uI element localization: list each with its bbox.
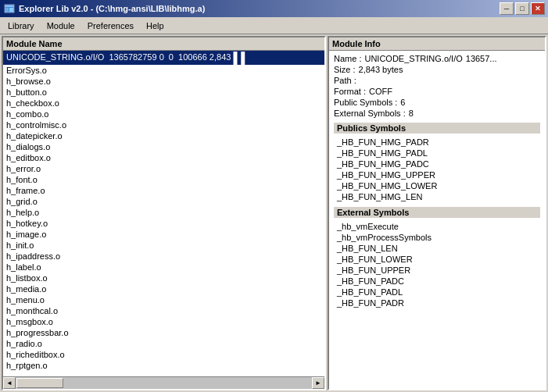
module-list-container: UNICODE_STRING.o/I/O 1365782759 0 0 1006… xyxy=(3,51,324,376)
format-line: Format : COFF xyxy=(334,87,540,96)
external-symbol-item: _HB_FUN_PADC xyxy=(334,276,540,287)
scroll-left-button[interactable]: ◄ xyxy=(3,377,16,389)
menu-preferences[interactable]: Preferences xyxy=(81,20,140,32)
public-symbol-item: _HB_FUN_HMG_PADR xyxy=(334,137,540,148)
public-symbol-item: _HB_FUN_HMG_UPPER xyxy=(334,169,540,180)
external-symbol-item: _HB_FUN_LEN xyxy=(334,243,540,254)
module-list-item[interactable]: h_listbox.o xyxy=(3,273,324,283)
public-symbol-item: _HB_FUN_HMG_PADL xyxy=(334,148,540,159)
external-symbol-item: _HB_FUN_PADR xyxy=(334,298,540,308)
close-button[interactable]: ✕ xyxy=(531,2,545,15)
module-list-item[interactable]: ErrorSys.o xyxy=(3,65,324,76)
external-symbols-line: External Symbols : 8 xyxy=(334,109,540,118)
path-label: Path : xyxy=(334,76,356,85)
module-list-item[interactable]: h_font.o xyxy=(3,174,324,185)
module-list-item[interactable]: h_radio.o xyxy=(3,338,324,349)
module-list-item[interactable]: h_button.o xyxy=(3,87,324,98)
minimize-button[interactable]: ─ xyxy=(500,2,514,15)
app-icon xyxy=(3,2,16,15)
publics-section-title: Publics Symbols xyxy=(334,123,540,134)
module-list-item[interactable]: h_combo.o xyxy=(3,109,324,119)
window-controls: ─ □ ✕ xyxy=(500,2,545,15)
size-value: 2,843 bytes xyxy=(359,65,403,74)
public-symbols-count: 6 xyxy=(400,98,405,107)
module-list-item[interactable]: h_hotkey.o xyxy=(3,218,324,229)
external-symbol-item: _hb_vmProcessSymbols xyxy=(334,232,540,243)
scroll-thumb[interactable] xyxy=(16,378,63,388)
module-list-item[interactable]: h_datepicker.o xyxy=(3,130,324,141)
module-info-content[interactable]: Name : UNICODE_STRING.o/I/O 13657... Siz… xyxy=(329,51,545,389)
module-list-item[interactable]: h_rptgen.o xyxy=(3,360,324,371)
module-list-item[interactable]: h_frame.o xyxy=(3,185,324,196)
scroll-track[interactable] xyxy=(16,377,312,389)
svg-rect-3 xyxy=(9,8,13,12)
module-list-item[interactable]: h_controlmisc.o xyxy=(3,119,324,130)
name-line: Name : UNICODE_STRING.o/I/O 13657... xyxy=(334,54,540,63)
module-list-item[interactable]: h_richeditbox.o xyxy=(3,349,324,360)
module-list-item[interactable]: h_media.o xyxy=(3,283,324,294)
main-content: Module Name UNICODE_STRING.o/I/O 1365782… xyxy=(0,34,548,392)
menu-bar: Library Module Preferences Help xyxy=(0,17,548,34)
menu-help[interactable]: Help xyxy=(140,20,170,32)
basic-info-section: Name : UNICODE_STRING.o/I/O 13657... Siz… xyxy=(334,54,540,118)
module-list[interactable]: UNICODE_STRING.o/I/O 1365782759 0 0 1006… xyxy=(3,51,324,376)
module-info-panel: Module Info Name : UNICODE_STRING.o/I/O … xyxy=(328,36,546,390)
module-list-panel: Module Name UNICODE_STRING.o/I/O 1365782… xyxy=(2,36,326,390)
publics-list: _HB_FUN_HMG_PADR_HB_FUN_HMG_PADL_HB_FUN_… xyxy=(334,137,540,202)
module-list-item[interactable]: h_image.o xyxy=(3,229,324,240)
module-list-item[interactable]: h_ipaddress.o xyxy=(3,251,324,262)
public-symbol-item: _HB_FUN_HMG_LOWER xyxy=(334,180,540,191)
module-name-value: UNICODE_STRING.o/I/O xyxy=(364,54,462,63)
module-list-item[interactable]: h_progressbar.o xyxy=(3,327,324,338)
module-list-item[interactable]: h_editbox.o xyxy=(3,152,324,163)
scroll-right-button[interactable]: ► xyxy=(312,377,324,389)
external-symbols-label: External Symbols : xyxy=(334,109,406,118)
module-name-num: 13657... xyxy=(466,54,497,63)
public-symbol-item: _HB_FUN_HMG_LEN xyxy=(334,191,540,202)
svg-rect-2 xyxy=(5,8,9,12)
module-list-item[interactable]: h_msgbox.o xyxy=(3,316,324,327)
module-info-header: Module Info xyxy=(329,37,545,51)
module-list-item[interactable]: h_error.o xyxy=(3,163,324,174)
public-symbol-item: _HB_FUN_HMG_PADC xyxy=(334,159,540,169)
module-list-item[interactable]: h_browse.o xyxy=(3,76,324,87)
horizontal-scrollbar[interactable]: ◄ ► xyxy=(3,376,324,389)
maximize-button[interactable]: □ xyxy=(515,2,529,15)
module-list-item[interactable]: h_menu.o xyxy=(3,294,324,305)
external-symbol-item: _HB_FUN_UPPER xyxy=(334,265,540,276)
name-label: Name : xyxy=(334,54,361,63)
external-symbols-count: 8 xyxy=(409,109,414,118)
menu-module[interactable]: Module xyxy=(41,20,81,32)
module-list-item[interactable]: h_dialogs.o xyxy=(3,141,324,152)
module-list-item[interactable]: h_monthcal.o xyxy=(3,305,324,316)
module-list-item[interactable]: h_init.o xyxy=(3,240,324,251)
title-bar: Explorer Lib v2.0 - (C:\hmg-ansi\LIB\lib… xyxy=(0,0,548,17)
format-value: COFF xyxy=(369,87,392,96)
external-symbol-item: _hb_vmExecute xyxy=(334,221,540,232)
external-symbol-item: _HB_FUN_PADL xyxy=(334,287,540,298)
external-symbol-item: _HB_FUN_LOWER xyxy=(334,254,540,265)
public-symbols-label: Public Symbols : xyxy=(334,98,397,107)
module-list-item[interactable]: h_label.o xyxy=(3,262,324,273)
path-line: Path : xyxy=(334,76,540,85)
svg-rect-1 xyxy=(5,5,13,7)
module-list-item[interactable]: h_grid.o xyxy=(3,196,324,207)
format-label: Format : xyxy=(334,87,366,96)
module-list-item[interactable]: UNICODE_STRING.o/I/O 1365782759 0 0 1006… xyxy=(3,51,324,65)
public-symbols-line: Public Symbols : 6 xyxy=(334,98,540,107)
size-label: Size : xyxy=(334,65,356,74)
size-line: Size : 2,843 bytes xyxy=(334,65,540,74)
menu-library[interactable]: Library xyxy=(2,20,41,32)
module-list-header: Module Name xyxy=(3,37,324,51)
external-section-title: External Symbols xyxy=(334,207,540,218)
module-list-item[interactable]: h_checkbox.o xyxy=(3,98,324,109)
window-title: Explorer Lib v2.0 - (C:\hmg-ansi\LIB\lib… xyxy=(19,4,205,13)
module-list-item[interactable]: h_help.o xyxy=(3,207,324,218)
external-list: _hb_vmExecute_hb_vmProcessSymbols_HB_FUN… xyxy=(334,221,540,308)
